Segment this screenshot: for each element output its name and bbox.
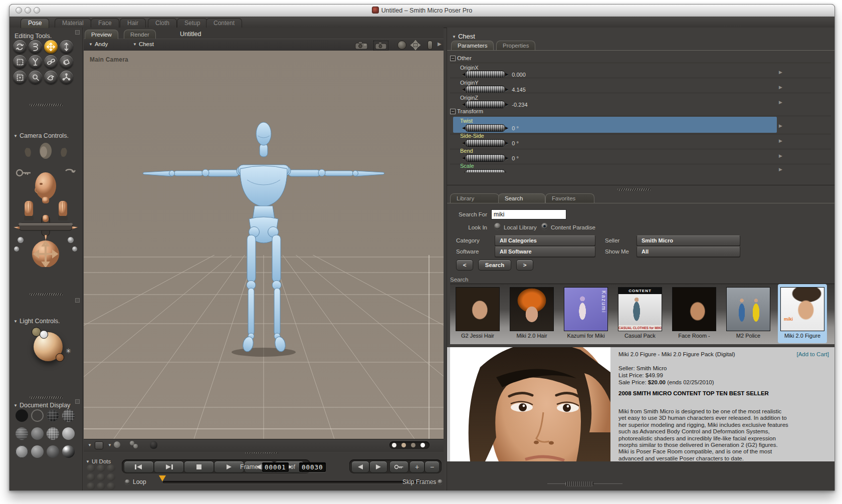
delete-keyframe-button[interactable]: − xyxy=(425,461,440,473)
tab-hair[interactable]: Hair xyxy=(120,18,146,28)
tool-grouping[interactable] xyxy=(13,71,27,84)
tab-parameters[interactable]: Parameters xyxy=(451,41,494,50)
product-image[interactable] xyxy=(450,347,610,461)
result-item[interactable]: Face Room - xyxy=(671,285,718,342)
next-keyframe-button[interactable] xyxy=(369,461,387,473)
param-value[interactable]: 0 ° xyxy=(512,155,519,161)
tab-material[interactable]: Material xyxy=(55,18,91,28)
first-frame-button[interactable] xyxy=(124,461,154,473)
figure-menu[interactable]: ▼Andy xyxy=(89,41,108,47)
param-options-arrow-icon[interactable]: ▶ xyxy=(779,167,782,172)
footer-sphere-button[interactable] xyxy=(114,441,120,448)
display-mode-silhouette[interactable] xyxy=(16,409,28,422)
tab-pose[interactable]: Pose xyxy=(21,18,49,28)
stop-button[interactable] xyxy=(184,461,214,473)
display-mode-smooth-shaded[interactable] xyxy=(62,427,75,440)
thumbnail-image[interactable] xyxy=(672,287,716,331)
actor-title[interactable]: ▼Chest xyxy=(452,32,475,41)
thumbnail-image[interactable]: Kazumi xyxy=(564,287,608,331)
tab-properties[interactable]: Properties xyxy=(496,41,535,50)
thumbnail-image[interactable]: miki xyxy=(780,287,824,331)
actor-menu[interactable]: ▼Chest xyxy=(133,41,154,47)
param-value[interactable]: -0.234 xyxy=(512,102,527,108)
footer-dark-sphere-button[interactable] xyxy=(150,441,157,449)
radio-local-library-label[interactable]: Local Library xyxy=(504,224,537,230)
result-item[interactable]: M2 Police xyxy=(725,285,772,342)
edit-keyframes-button[interactable] xyxy=(389,461,408,473)
tab-cloth[interactable]: Cloth xyxy=(148,18,177,28)
tool-direct-manipulation[interactable] xyxy=(60,71,73,84)
tab-favorites[interactable]: Favorites xyxy=(545,193,594,203)
radio-content-paradise[interactable] xyxy=(541,223,548,229)
result-item[interactable]: Miki 2.0 Hair xyxy=(508,285,555,342)
tool-morphing[interactable] xyxy=(44,71,58,84)
display-mode-cartoon-lined[interactable] xyxy=(47,445,59,458)
param-dial[interactable] xyxy=(465,124,505,132)
param-dial[interactable] xyxy=(465,154,505,162)
title-bar[interactable]: Untitled – Smith Micro Poser Pro xyxy=(10,5,834,17)
viewport-canvas[interactable]: Main Camera xyxy=(84,51,444,439)
param-value[interactable]: 0 ° xyxy=(512,140,519,146)
ui-dot-button[interactable] xyxy=(97,464,105,472)
group-collapse-box[interactable]: – xyxy=(450,109,456,114)
footer-menu-triangle-icon[interactable]: ▼ xyxy=(108,443,112,447)
radio-content-paradise-label[interactable]: Content Paradise xyxy=(551,224,595,230)
search-input[interactable] xyxy=(491,209,566,219)
thumbnail-image[interactable] xyxy=(456,287,500,331)
param-options-arrow-icon[interactable]: ▶ xyxy=(779,138,782,143)
tab-content[interactable]: Content xyxy=(206,18,242,28)
ui-dot-button[interactable] xyxy=(87,464,95,472)
param-value[interactable]: 0 ° xyxy=(512,125,519,131)
param-dial[interactable] xyxy=(465,169,505,172)
panel-handle-icon[interactable] xyxy=(75,298,80,303)
display-mode-lit-wireframe[interactable] xyxy=(16,427,28,440)
panel-splitter[interactable] xyxy=(617,188,651,191)
display-mode-outline[interactable] xyxy=(31,409,44,422)
panel-splitter[interactable] xyxy=(30,396,63,399)
light-indicator[interactable] xyxy=(40,330,48,339)
footer-multisphere-button[interactable] xyxy=(133,444,138,448)
timeline-marker[interactable] xyxy=(159,475,166,481)
add-to-cart-link[interactable]: [Add to Cart] xyxy=(796,351,829,357)
ui-dot-button[interactable] xyxy=(97,482,105,490)
result-item[interactable]: Kazumi Kazumi for Miki xyxy=(562,285,609,342)
param-options-arrow-icon[interactable]: ▶ xyxy=(779,123,782,128)
frame-total[interactable]: 00030 xyxy=(299,462,326,472)
camera-flyaround-icon[interactable] xyxy=(354,41,368,50)
software-dropdown[interactable]: All Software xyxy=(495,246,595,257)
ui-dot-button[interactable] xyxy=(87,482,95,490)
camera-bank-icon[interactable] xyxy=(428,41,433,50)
param-value[interactable]: 0.000 xyxy=(512,72,526,78)
tool-scale[interactable] xyxy=(13,55,27,69)
thumbnail-image[interactable]: CONTENT CASUAL CLOTHES for MIKI xyxy=(618,287,662,331)
play-button[interactable] xyxy=(214,461,244,473)
tab-library[interactable]: Library xyxy=(450,193,499,203)
collapse-triangle-icon[interactable]: ▼ xyxy=(14,319,18,324)
tool-taper[interactable] xyxy=(29,55,42,69)
header-overflow-arrow-icon[interactable]: ▶ xyxy=(438,41,442,47)
camera-move-icon[interactable] xyxy=(410,40,420,50)
seller-dropdown[interactable]: Smith Micro xyxy=(637,235,740,246)
previous-keyframe-button[interactable] xyxy=(351,461,369,473)
panel-splitter[interactable] xyxy=(30,293,63,296)
result-item-selected[interactable]: miki Miki 2.0 Figure xyxy=(779,285,826,342)
tool-translate-in-out[interactable] xyxy=(60,40,73,54)
param-options-arrow-icon[interactable]: ▶ xyxy=(779,70,782,75)
tab-preview[interactable]: Preview xyxy=(85,30,118,39)
panel-handle-icon[interactable] xyxy=(75,399,80,404)
footer-menu-triangle-icon[interactable]: ▼ xyxy=(88,443,92,447)
panel-splitter[interactable] xyxy=(30,104,63,106)
display-mode-flat-lined[interactable] xyxy=(47,427,59,440)
param-value[interactable]: 4.145 xyxy=(512,87,526,93)
param-dial[interactable] xyxy=(465,139,505,147)
panel-resize-grip[interactable] xyxy=(565,481,593,486)
display-style-pill[interactable] xyxy=(389,441,430,449)
tool-view-magnifier[interactable] xyxy=(29,71,42,84)
show-me-dropdown[interactable]: All xyxy=(637,246,740,257)
tool-chain-break[interactable] xyxy=(44,55,58,69)
loop-toggle[interactable] xyxy=(125,479,130,484)
param-dial[interactable] xyxy=(465,101,505,108)
prev-page-button[interactable]: < xyxy=(456,260,473,271)
trackball-icon[interactable] xyxy=(397,41,406,50)
ui-dot-button[interactable] xyxy=(107,464,115,472)
